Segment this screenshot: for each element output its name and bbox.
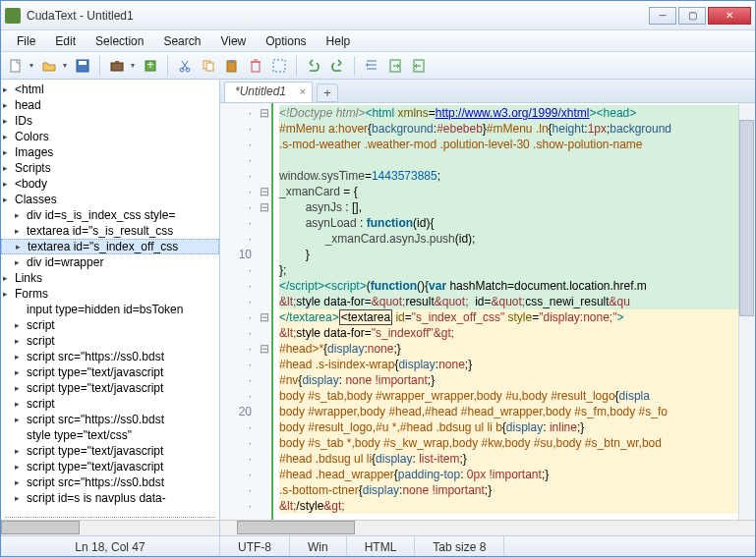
copy-button[interactable]: [198, 55, 219, 77]
toolbox-dropdown-icon[interactable]: ▾: [128, 61, 138, 70]
app-icon: [5, 8, 21, 24]
gutter: ·········10·········20······· ⊟ ⊟⊟ ⊟ ⊟: [224, 103, 273, 520]
menu-selection[interactable]: Selection: [86, 31, 153, 51]
tree-item[interactable]: ▸script: [1, 333, 219, 349]
tree-item[interactable]: ▸script src="https://ss0.bdst: [1, 412, 219, 427]
tree-item[interactable]: ▸Colors: [1, 129, 219, 144]
menu-edit[interactable]: Edit: [45, 31, 86, 51]
svg-rect-2: [79, 61, 87, 65]
status-encoding[interactable]: UTF-8: [220, 536, 290, 557]
svg-rect-0: [11, 60, 20, 72]
cut-button[interactable]: [174, 55, 196, 77]
open-dropdown-icon[interactable]: ▾: [60, 61, 70, 70]
tree-item[interactable]: ▸<body: [1, 176, 219, 192]
tree-item[interactable]: style type="text/css": [1, 427, 219, 443]
status-language[interactable]: HTML: [347, 536, 416, 557]
new-dropdown-icon[interactable]: ▾: [27, 61, 36, 70]
tree-item[interactable]: ▸script src="https://ss0.bdst: [1, 349, 219, 364]
tree-item[interactable]: ▸textarea id="s_index_off_css: [1, 239, 219, 254]
tree-item[interactable]: ▸script type="text/javascript: [1, 380, 219, 396]
svg-rect-10: [206, 63, 213, 71]
tree-item[interactable]: input type=hidden id=bsToken: [1, 302, 219, 317]
menu-view[interactable]: View: [210, 31, 256, 51]
tree-item[interactable]: ▸Scripts: [1, 160, 219, 176]
tree-item[interactable]: ▸script: [1, 396, 219, 412]
editor-area: *Untitled1 × + ·········10·········20···…: [220, 80, 755, 535]
editor-vscroll[interactable]: [738, 103, 755, 520]
delete-button[interactable]: [245, 55, 266, 77]
paste-button[interactable]: [221, 55, 243, 77]
indent-button[interactable]: [384, 55, 406, 77]
tree-item[interactable]: ▸script type="text/javascript: [1, 459, 219, 474]
status-tabsize[interactable]: Tab size 8: [415, 536, 504, 557]
menu-search[interactable]: Search: [153, 31, 210, 51]
main-area: ▸<html▸head▸IDs▸Colors▸Images▸Scripts▸<b…: [1, 80, 755, 535]
code-tree[interactable]: ▸<html▸head▸IDs▸Colors▸Images▸Scripts▸<b…: [1, 80, 219, 515]
svg-rect-3: [111, 63, 123, 71]
tree-item[interactable]: ▸script: [1, 317, 219, 333]
tree-item[interactable]: ▸div id=s_is_index_css style=: [1, 207, 219, 223]
svg-rect-4: [115, 61, 119, 63]
minimize-button[interactable]: ─: [649, 7, 676, 25]
code-tree-sidebar: ▸<html▸head▸IDs▸Colors▸Images▸Scripts▸<b…: [1, 80, 220, 535]
new-tab-button[interactable]: +: [317, 84, 338, 102]
tab-bar: *Untitled1 × +: [220, 80, 755, 103]
window-title: CudaText - Untitled1: [27, 9, 647, 23]
tab-close-icon[interactable]: ×: [300, 85, 306, 97]
code-content[interactable]: <!Doctype html><html xmlns=http://www.w3…: [273, 103, 738, 520]
menu-options[interactable]: Options: [256, 31, 316, 51]
editor-hscroll[interactable]: [220, 520, 755, 535]
menu-help[interactable]: Help: [317, 31, 361, 51]
tree-item[interactable]: ▸script id=s is navplus data-: [1, 490, 219, 506]
close-button[interactable]: ✕: [708, 7, 751, 25]
toolbox-button[interactable]: [106, 55, 128, 77]
statusbar: Ln 18, Col 47 UTF-8 Win HTML Tab size 8: [1, 535, 755, 557]
svg-text:+: +: [146, 58, 153, 72]
maximize-button[interactable]: ▢: [678, 7, 706, 25]
tree-item[interactable]: ▸script type="text/javascript: [1, 364, 219, 380]
titlebar: CudaText - Untitled1 ─ ▢ ✕: [1, 1, 755, 30]
tree-item[interactable]: ▸Links: [1, 270, 219, 286]
tree-item[interactable]: ▸script src="https://ss0.bdst: [1, 474, 219, 490]
svg-rect-13: [252, 62, 260, 72]
tab-untitled1[interactable]: *Untitled1 ×: [224, 82, 313, 102]
tree-item[interactable]: ▸Forms: [1, 286, 219, 302]
tree-item[interactable]: ▸head: [1, 97, 219, 113]
select-all-button[interactable]: [268, 55, 290, 77]
new-file-button[interactable]: [5, 55, 27, 77]
indent-right-button[interactable]: [408, 55, 430, 77]
tree-item[interactable]: ▸div id=wrapper: [1, 254, 219, 270]
menu-file[interactable]: File: [7, 31, 45, 51]
tree-item[interactable]: ▸IDs: [1, 113, 219, 129]
toolbar: ▾ ▾ ▾ +: [1, 52, 755, 80]
status-eol[interactable]: Win: [290, 536, 347, 557]
open-file-button[interactable]: [38, 55, 60, 77]
tab-label: *Untitled1: [235, 84, 286, 98]
unindent-button[interactable]: [361, 55, 382, 77]
sidebar-hscroll[interactable]: [1, 520, 219, 535]
tree-item[interactable]: ▸Classes: [1, 192, 219, 207]
svg-rect-14: [273, 60, 285, 72]
undo-button[interactable]: [303, 55, 324, 77]
redo-button[interactable]: [326, 55, 348, 77]
tree-item[interactable]: ▸Images: [1, 144, 219, 160]
tree-item[interactable]: ▸textarea id="s_is_result_css: [1, 223, 219, 239]
editor[interactable]: ·········10·········20······· ⊟ ⊟⊟ ⊟ ⊟ <…: [220, 103, 755, 520]
menubar: FileEditSelectionSearchViewOptionsHelp: [1, 30, 755, 52]
save-button[interactable]: [72, 55, 93, 77]
svg-rect-12: [229, 60, 234, 63]
status-position[interactable]: Ln 18, Col 47: [1, 536, 220, 557]
plugin-button[interactable]: +: [140, 55, 161, 77]
tree-item[interactable]: ▸<html: [1, 82, 219, 97]
tree-item[interactable]: ▸script type="text/javascript: [1, 443, 219, 459]
